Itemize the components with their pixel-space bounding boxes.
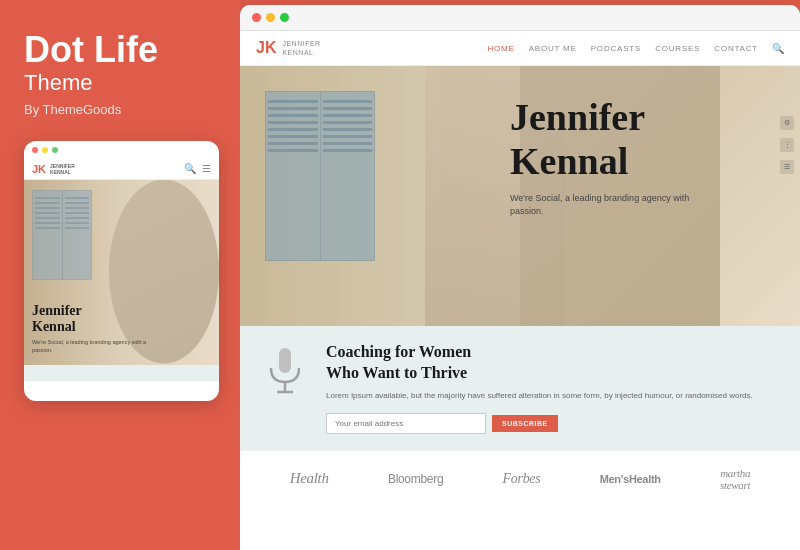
mobile-top-bar — [24, 141, 219, 159]
nav-link-contact[interactable]: CONTACT — [714, 44, 758, 53]
brands-row: Health Bloomberg Forbes Men'sHealth mart… — [240, 450, 800, 507]
desktop-content: JK JENNIFER KENNAL HOME ABOUT ME PODCAST… — [240, 31, 800, 550]
mobile-logo-name-line1: JENNIFER — [50, 163, 75, 169]
mobile-search-icon[interactable]: 🔍 — [184, 163, 196, 174]
desktop-dot-green — [280, 13, 289, 22]
mobile-dot-yellow — [42, 147, 48, 153]
brand-bloomberg: Bloomberg — [388, 472, 443, 486]
desktop-dot-yellow — [266, 13, 275, 22]
search-icon[interactable]: 🔍 — [772, 43, 784, 54]
desktop-mockup: JK JENNIFER KENNAL HOME ABOUT ME PODCAST… — [240, 5, 800, 550]
hero-text: Jennifer Kennal We're Social, a leading … — [510, 96, 710, 218]
desktop-dot-red — [252, 13, 261, 22]
mobile-shutters — [32, 190, 92, 280]
email-input[interactable] — [326, 413, 486, 434]
coaching-title-line1: Coaching for Women — [326, 343, 471, 360]
sidebar-icon-grid[interactable]: ⋮ — [780, 138, 794, 152]
desktop-logo-name: JENNIFER KENNAL — [282, 39, 320, 57]
mobile-shutter-right — [63, 191, 92, 279]
brand-subtitle: Theme — [24, 70, 216, 96]
mobile-footer-strip — [24, 365, 219, 381]
mobile-menu-icon[interactable]: ☰ — [202, 163, 211, 174]
hero-name-line1: Jennifer — [510, 96, 710, 140]
mobile-dot-red — [32, 147, 38, 153]
hero-tagline: We're Social, a leading branding agency … — [510, 192, 710, 219]
desktop-nav: JK JENNIFER KENNAL HOME ABOUT ME PODCAST… — [240, 31, 800, 66]
desktop-logo-name-line1: JENNIFER — [282, 39, 320, 48]
hero-shutter-right — [321, 92, 375, 260]
hero-shutter-left — [266, 92, 321, 260]
sidebar-icon-menu[interactable]: ☰ — [780, 160, 794, 174]
mobile-dot-green — [52, 147, 58, 153]
mobile-mockup: JK JENNIFER KENNAL 🔍 ☰ — [24, 141, 219, 401]
sidebar-icon-gear[interactable]: ⚙ — [780, 116, 794, 130]
nav-link-courses[interactable]: COURSES — [655, 44, 700, 53]
desktop-logo: JK JENNIFER KENNAL — [256, 39, 321, 57]
mobile-logo: JK JENNIFER KENNAL — [32, 163, 75, 175]
mobile-logo-jk-text: JK — [32, 163, 46, 175]
hero-name-line2: Kennal — [510, 140, 710, 184]
mobile-hero-desc: We're Social, a leading branding agency … — [32, 339, 152, 354]
desktop-logo-name-line2: KENNAL — [282, 48, 320, 57]
coaching-title-line2: Who Want to Thrive — [326, 364, 467, 381]
desktop-hero: Jennifer Kennal We're Social, a leading … — [240, 66, 800, 326]
coaching-section: Coaching for Women Who Want to Thrive Lo… — [240, 326, 800, 449]
brand-byline: By ThemeGoods — [24, 102, 216, 117]
brand-title-group: Dot Life Theme By ThemeGoods — [24, 30, 216, 141]
nav-link-about[interactable]: ABOUT ME — [529, 44, 577, 53]
mobile-nav: JK JENNIFER KENNAL 🔍 ☰ — [24, 159, 219, 180]
mobile-logo-name: JENNIFER KENNAL — [50, 163, 75, 175]
mobile-nav-icons: 🔍 ☰ — [184, 163, 211, 174]
coaching-desc: Lorem Ipsum available, but the majority … — [326, 390, 780, 403]
brand-mens-health: Men'sHealth — [600, 473, 661, 485]
email-input-row: SUBSCRIBE — [326, 413, 780, 434]
desktop-nav-links: HOME ABOUT ME PODCASTS COURSES CONTACT 🔍 — [487, 43, 784, 54]
desktop-top-bar — [240, 5, 800, 31]
svg-rect-0 — [279, 348, 291, 373]
subscribe-button[interactable]: SUBSCRIBE — [492, 415, 558, 432]
nav-link-podcasts[interactable]: PODCASTS — [591, 44, 641, 53]
mobile-hero-name-line2: Kennal — [32, 319, 152, 336]
mic-icon — [265, 346, 305, 401]
hero-shutters — [265, 91, 375, 261]
mobile-hero: Jennifer Kennal We're Social, a leading … — [24, 180, 219, 365]
brand-health: Health — [290, 470, 329, 487]
coaching-content: Coaching for Women Who Want to Thrive Lo… — [326, 342, 780, 433]
brand-title: Dot Life — [24, 30, 216, 70]
mobile-hero-name-line1: Jennifer — [32, 303, 152, 320]
mic-icon-container — [260, 346, 310, 401]
desktop-sidebar-icons: ⚙ ⋮ ☰ — [780, 116, 794, 174]
nav-link-home[interactable]: HOME — [487, 44, 514, 53]
desktop-logo-jk: JK — [256, 39, 276, 57]
brand-martha: marthastewart — [720, 467, 750, 491]
coaching-title: Coaching for Women Who Want to Thrive — [326, 342, 780, 384]
mobile-shutter-left — [33, 191, 63, 279]
left-panel: Dot Life Theme By ThemeGoods JK JENNIFER… — [0, 0, 240, 550]
brand-forbes: Forbes — [503, 471, 541, 487]
mobile-hero-text: Jennifer Kennal We're Social, a leading … — [32, 303, 152, 355]
mobile-logo-name-line2: KENNAL — [50, 169, 75, 175]
